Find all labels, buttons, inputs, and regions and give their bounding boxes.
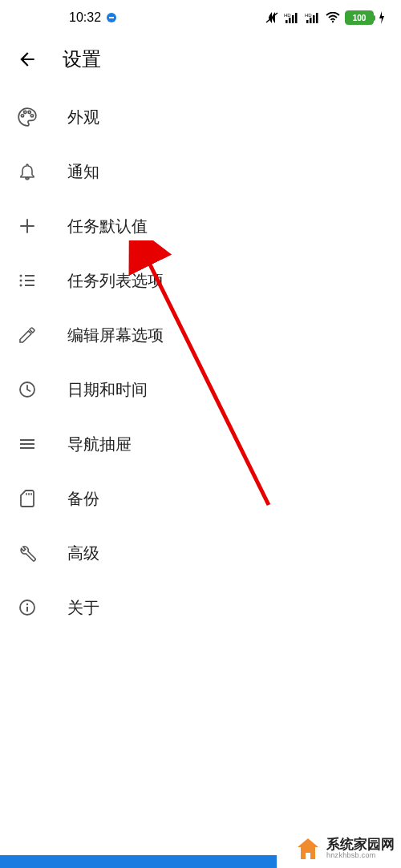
svg-rect-7 [295,13,298,23]
status-dot-icon [106,12,117,23]
svg-point-13 [332,21,334,22]
charging-icon [379,11,385,24]
wrench-icon [16,542,38,564]
settings-item-label: 导航抽屉 [67,434,132,455]
settings-item-label: 日期和时间 [67,379,148,401]
svg-point-16 [20,285,22,287]
settings-item-label: 任务默认值 [67,216,148,237]
settings-item-date-time[interactable]: 日期和时间 [0,362,401,417]
brand-text-cn: 系统家园网 [326,838,395,853]
signal-2-icon: HD [305,12,321,23]
status-left: 10:32 [69,10,117,25]
pencil-icon [16,324,38,346]
wifi-icon [326,12,340,23]
settings-item-label: 高级 [67,543,99,564]
battery-icon: 100 [345,10,374,25]
mute-icon [265,11,279,24]
settings-item-notifications[interactable]: 通知 [0,144,401,199]
settings-item-label: 任务列表选项 [67,270,164,292]
svg-rect-9 [306,20,309,23]
signal-1-icon: HD [284,12,300,23]
svg-rect-1 [109,17,114,18]
palette-icon [16,106,38,128]
settings-item-label: 关于 [67,597,99,619]
status-time: 10:32 [69,10,101,25]
settings-item-appearance[interactable]: 外观 [0,90,401,144]
svg-text:HD: HD [305,13,312,18]
bell-icon [16,160,38,183]
svg-rect-5 [289,18,291,23]
bottom-progress-bar [0,855,277,868]
settings-item-backup[interactable]: 备份 [0,471,401,526]
svg-rect-11 [313,15,315,23]
back-button[interactable] [16,48,38,71]
settings-item-task-list-options[interactable]: 任务列表选项 [0,253,401,308]
svg-point-15 [20,280,22,282]
settings-item-label: 编辑屏幕选项 [67,325,164,346]
drawer-icon [16,433,38,455]
brand-logo-icon [294,835,322,862]
settings-item-task-defaults[interactable]: 任务默认值 [0,199,401,253]
brand-text-en: hnzkhbsb.com [326,852,395,860]
page-title: 设置 [63,46,101,72]
brand-text: 系统家园网 hnzkhbsb.com [326,838,395,861]
battery-level: 100 [353,14,367,22]
settings-item-label: 外观 [67,107,99,128]
list-icon [16,269,38,292]
status-right: HD HD 100 [265,10,385,25]
svg-rect-12 [316,13,318,23]
plus-icon [16,215,38,237]
brand-watermark: 系统家园网 hnzkhbsb.com [290,830,395,868]
settings-item-label: 备份 [67,488,99,510]
settings-item-edit-screen-options[interactable]: 编辑屏幕选项 [0,308,401,362]
status-bar: 10:32 HD HD 100 [0,0,401,35]
svg-rect-6 [292,15,294,23]
settings-item-advanced[interactable]: 高级 [0,526,401,580]
settings-item-label: 通知 [67,161,99,183]
sdcard-icon [16,487,38,510]
arrow-left-icon [17,49,38,70]
svg-text:HD: HD [284,13,291,18]
settings-list: 外观 通知 任务默认值 任务列表选项 编辑屏幕选项 日期和时间 [0,83,401,641]
svg-rect-10 [310,18,312,23]
svg-rect-4 [286,20,288,23]
svg-point-28 [26,604,28,605]
clock-icon [16,378,38,401]
settings-item-nav-drawer[interactable]: 导航抽屉 [0,417,401,471]
info-icon [16,596,38,619]
svg-point-14 [20,275,22,277]
header: 设置 [0,35,401,83]
settings-item-about[interactable]: 关于 [0,580,401,635]
